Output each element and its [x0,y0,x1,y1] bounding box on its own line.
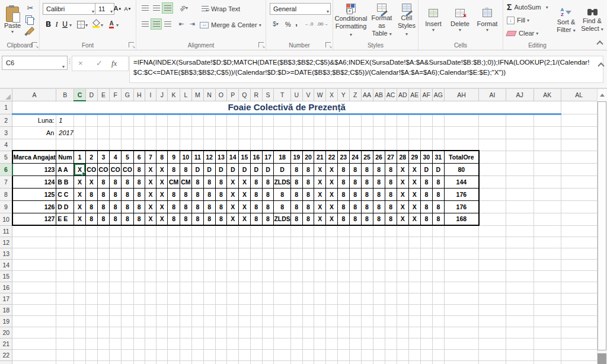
cell-AE7[interactable]: X [408,175,420,188]
cell-W7[interactable]: X [314,175,326,188]
cell-E14[interactable] [97,259,109,270]
cell-K20[interactable] [168,327,180,338]
cell-Y7[interactable]: 8 [337,175,349,188]
cell-AE13[interactable] [408,248,420,259]
cell-Q20[interactable] [239,327,251,338]
cell-AG12[interactable] [432,237,444,248]
cell-P19[interactable] [227,315,239,327]
cell-AC21[interactable] [385,338,397,349]
alignment-dialog-launcher[interactable] [258,42,264,47]
name-box[interactable]: C6▾ [2,56,68,70]
cell-X22[interactable] [326,349,338,360]
column-header-T[interactable]: T [274,89,290,101]
cell-AE8[interactable]: X [408,188,420,200]
cell-B11[interactable] [56,225,74,237]
cell-J19[interactable] [156,315,168,327]
cell-M6[interactable]: D [192,163,204,175]
cell-X8[interactable]: X [326,188,338,200]
row-header-14[interactable]: 14 [0,259,12,270]
cell-AF17[interactable] [420,293,432,304]
cell-V9[interactable]: 8 [302,200,314,213]
cell-Q23[interactable] [239,360,251,364]
cell-M9[interactable]: 8 [192,200,204,213]
cell-C23[interactable] [74,360,85,364]
column-header-I[interactable]: I [145,89,156,101]
cell-A12[interactable] [12,237,56,248]
cell-AE12[interactable] [408,237,420,248]
cell-V22[interactable] [302,349,314,360]
font-name-combo[interactable]: Calibri▾ [43,3,96,15]
cell-AL19[interactable] [561,315,597,327]
cell-AJ6[interactable] [506,163,533,175]
cell-T11[interactable] [274,225,290,237]
cell-S14[interactable] [262,259,274,270]
decrease-indent-button[interactable]: ⇤ [177,19,186,29]
cell-S23[interactable] [262,360,274,364]
row-header-19[interactable]: 19 [0,315,12,327]
cell-K17[interactable] [168,293,180,304]
cell-AL4[interactable] [561,139,597,151]
cell-AH2[interactable] [444,114,478,126]
cell-AG10[interactable]: 8 [432,213,444,225]
cell-S4[interactable] [262,139,274,151]
cell-AH13[interactable] [444,248,478,259]
cell-AK23[interactable] [533,360,561,364]
cell-A15[interactable] [12,270,56,282]
cell-K19[interactable] [168,315,180,327]
row-header-20[interactable]: 20 [0,327,12,338]
number-dialog-launcher[interactable] [325,42,331,47]
cell-O6[interactable]: D [215,163,227,175]
column-header-AJ[interactable]: AJ [506,89,533,101]
cell-AF15[interactable] [420,270,432,282]
cell-K23[interactable] [168,360,180,364]
cell-Z11[interactable] [349,225,361,237]
cell-Z5[interactable]: 24 [349,151,361,163]
cell-F4[interactable] [110,139,122,151]
cell-AL13[interactable] [561,248,597,259]
cell-I21[interactable] [145,338,156,349]
fill-color-button[interactable] [92,20,100,28]
cell-AC19[interactable] [385,315,397,327]
cell-Q12[interactable] [239,237,251,248]
cell-H7[interactable]: 8 [133,175,145,188]
cell-AD14[interactable] [397,259,408,270]
cell-D20[interactable] [85,327,97,338]
cell-AB18[interactable] [373,304,385,315]
cell-AA21[interactable] [361,338,373,349]
cell-AB7[interactable]: 8 [373,175,385,188]
cell-AA23[interactable] [361,360,373,364]
cell-W14[interactable] [314,259,326,270]
cell-A2[interactable]: Luna: [12,114,56,126]
cell-O12[interactable] [215,237,227,248]
cell-Y20[interactable] [337,327,349,338]
cell-Y6[interactable]: 8 [337,163,349,175]
cell-AA22[interactable] [361,349,373,360]
cell-L22[interactable] [180,349,191,360]
cell-R22[interactable] [250,349,262,360]
cell-Z16[interactable] [349,282,361,293]
cell-E8[interactable]: 8 [97,188,109,200]
cell-AE10[interactable]: X [408,213,420,225]
cell-B13[interactable] [56,248,74,259]
cell-O18[interactable] [215,304,227,315]
cell-W18[interactable] [314,304,326,315]
cell-Q18[interactable] [239,304,251,315]
cell-R19[interactable] [250,315,262,327]
cell-Q13[interactable] [239,248,251,259]
cell-AD15[interactable] [397,270,408,282]
cell-Z3[interactable] [349,126,361,139]
cell-Z13[interactable] [349,248,361,259]
cell-AF7[interactable]: 8 [420,175,432,188]
cell-AC2[interactable] [385,114,397,126]
cell-U2[interactable] [290,114,302,126]
cell-AK3[interactable] [533,126,561,139]
cell-AJ16[interactable] [506,282,533,293]
cell-P5[interactable]: 14 [227,151,239,163]
cell-AL5[interactable] [561,151,597,163]
cell-R13[interactable] [250,248,262,259]
cell-U9[interactable]: 8 [290,200,302,213]
cell-Z19[interactable] [349,315,361,327]
column-header-W[interactable]: W [314,89,326,101]
column-header-AE[interactable]: AE [408,89,420,101]
cell-H5[interactable]: 6 [133,151,145,163]
